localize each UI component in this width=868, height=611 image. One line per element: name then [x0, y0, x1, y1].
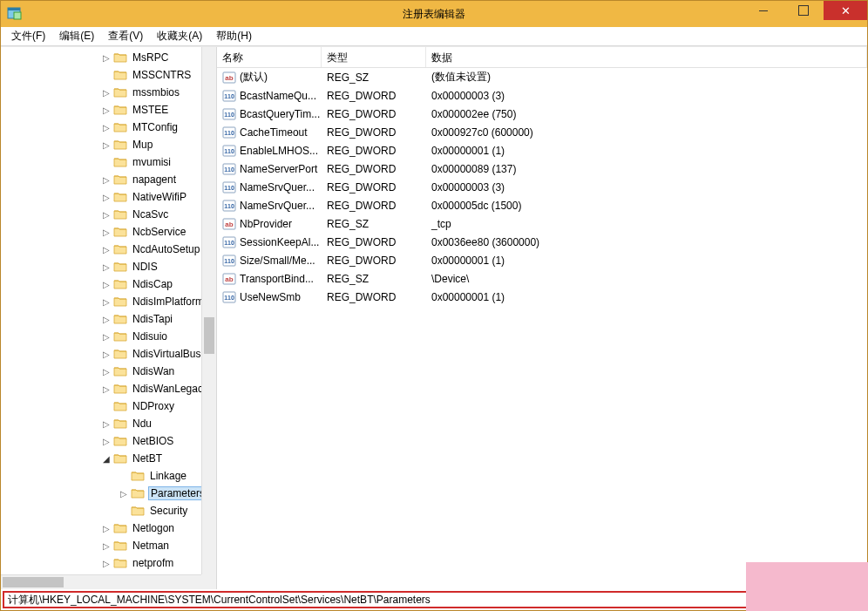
chevron-right-icon[interactable]: ▷	[101, 261, 112, 272]
chevron-right-icon[interactable]: ▷	[101, 192, 112, 202]
cell-name[interactable]: TransportBind...	[217, 272, 322, 286]
tree-label[interactable]: MSTEE	[131, 103, 170, 117]
tree-label[interactable]: NdisVirtualBus	[131, 347, 202, 361]
chevron-right-icon[interactable]: ▷	[101, 418, 112, 429]
list-row[interactable]: EnableLMHOS...REG_DWORD0x00000001 (1)	[217, 141, 867, 160]
tree-label[interactable]: Ndisuio	[131, 329, 169, 343]
tree-label[interactable]: napagent	[131, 173, 178, 187]
minimize-button[interactable]	[743, 1, 783, 20]
menu-edit[interactable]: 编辑(E)	[52, 27, 101, 45]
titlebar[interactable]: 注册表编辑器	[1, 1, 867, 27]
tree-label[interactable]: NDProxy	[131, 399, 176, 413]
tree-label[interactable]: NdisImPlatform	[131, 295, 206, 309]
chevron-right-icon[interactable]: ▷	[101, 314, 112, 324]
list-row[interactable]: TransportBind...REG_SZ\Device\	[217, 269, 867, 288]
tree-node[interactable]: ▷napagent	[1, 171, 216, 188]
tree-label[interactable]: Netlogon	[131, 521, 176, 535]
chevron-right-icon[interactable]: ▷	[101, 279, 112, 289]
list-row[interactable]: (默认)REG_SZ(数值未设置)	[217, 68, 867, 86]
tree-node[interactable]: ▷NdisImPlatform	[1, 293, 216, 310]
tree-label[interactable]: netprofm	[131, 556, 175, 570]
tree-node[interactable]: ▷NdisWanLegacy	[1, 380, 216, 397]
tree-node[interactable]: ▷MSSCNTRS	[1, 66, 216, 84]
tree-node[interactable]: ▷NcdAutoSetup	[1, 241, 216, 258]
tree-label[interactable]: NcdAutoSetup	[131, 242, 201, 256]
menu-view[interactable]: 查看(V)	[101, 27, 150, 45]
list-row[interactable]: NameServerPortREG_DWORD0x00000089 (137)	[217, 160, 867, 178]
chevron-right-icon[interactable]: ▷	[101, 436, 112, 446]
tree-node[interactable]: ▷NdisVirtualBus	[1, 345, 216, 363]
list-row[interactable]: UseNewSmbREG_DWORD0x00000001 (1)	[217, 288, 867, 306]
tree-label[interactable]: Mup	[131, 138, 154, 152]
tree-label[interactable]: NdisCap	[131, 277, 174, 291]
cell-name[interactable]: (默认)	[217, 70, 322, 85]
chevron-right-icon[interactable]: ▷	[101, 244, 112, 255]
cell-name[interactable]: NameSrvQuer...	[217, 199, 322, 213]
list-body[interactable]: (默认)REG_SZ(数值未设置)BcastNameQu...REG_DWORD…	[217, 68, 867, 306]
tree-node[interactable]: ▷NdisWan	[1, 363, 216, 380]
tree-label[interactable]: NdisTapi	[131, 312, 174, 326]
tree-label[interactable]: NcaSvc	[131, 207, 170, 221]
tree-label[interactable]: Parameters	[148, 486, 207, 500]
chevron-right-icon[interactable]: ▷	[101, 366, 112, 377]
tree-pane[interactable]: ▷MsRPC▷MSSCNTRS▷mssmbios▷MSTEE▷MTConfig▷…	[1, 47, 217, 589]
cell-name[interactable]: NameServerPort	[217, 162, 322, 176]
tree-label[interactable]: NdisWanLegacy	[131, 382, 210, 396]
chevron-right-icon[interactable]: ▷	[101, 122, 112, 132]
tree-label[interactable]: Netman	[131, 539, 171, 553]
tree-label[interactable]: Linkage	[148, 469, 188, 483]
menu-help[interactable]: 帮助(H)	[209, 27, 259, 45]
chevron-right-icon[interactable]: ▷	[101, 209, 112, 220]
list-row[interactable]: BcastNameQu...REG_DWORD0x00000003 (3)	[217, 86, 867, 105]
tree-node[interactable]: ▷NdisCap	[1, 275, 216, 293]
tree-node[interactable]: ▷NDProxy	[1, 397, 216, 415]
tree-label[interactable]: Security	[148, 504, 189, 518]
cell-name[interactable]: EnableLMHOS...	[217, 144, 322, 158]
tree-node[interactable]: ▷NcbService	[1, 223, 216, 241]
list-row[interactable]: BcastQueryTim...REG_DWORD0x000002ee (750…	[217, 105, 867, 123]
tree-label[interactable]: NetBT	[131, 451, 164, 465]
tree-node[interactable]: ▷MTConfig	[1, 119, 216, 136]
header-name[interactable]: 名称	[217, 47, 322, 67]
tree-label[interactable]: NdisWan	[131, 364, 176, 378]
tree-node[interactable]: ▷NativeWifiP	[1, 188, 216, 206]
tree-node[interactable]: ▷mvumisi	[1, 153, 216, 171]
chevron-right-icon[interactable]: ▷	[101, 52, 112, 63]
chevron-right-icon[interactable]: ▷	[101, 558, 112, 568]
tree-node[interactable]: ▷NDIS	[1, 258, 216, 275]
tree-node[interactable]: ▷mssmbios	[1, 84, 216, 101]
scrollbar-thumb[interactable]	[204, 317, 214, 354]
chevron-down-icon[interactable]: ◢	[101, 453, 112, 464]
header-type[interactable]: 类型	[322, 47, 426, 67]
chevron-right-icon[interactable]: ▷	[101, 540, 112, 551]
cell-name[interactable]: Size/Small/Me...	[217, 254, 322, 268]
tree-node[interactable]: ▷MsRPC	[1, 49, 216, 66]
list-row[interactable]: NameSrvQuer...REG_DWORD0x000005dc (1500)	[217, 196, 867, 214]
chevron-right-icon[interactable]: ▷	[101, 227, 112, 237]
cell-name[interactable]: BcastQueryTim...	[217, 107, 322, 121]
tree-node[interactable]: ▷Netman	[1, 537, 216, 554]
chevron-right-icon[interactable]: ▷	[101, 174, 112, 185]
tree-horizontal-scrollbar[interactable]	[1, 574, 201, 589]
tree-label[interactable]: MTConfig	[131, 120, 180, 134]
tree-node[interactable]: ▷netprofm	[1, 554, 216, 572]
tree-node[interactable]: ▷Ndisuio	[1, 328, 216, 345]
menu-favorites[interactable]: 收藏夹(A)	[150, 27, 209, 45]
list-row[interactable]: CacheTimeoutREG_DWORD0x000927c0 (600000)	[217, 123, 867, 141]
tree-node[interactable]: ▷MSTEE	[1, 101, 216, 119]
close-button[interactable]	[824, 1, 867, 20]
chevron-right-icon[interactable]: ▷	[101, 331, 112, 342]
tree-label[interactable]: NcbService	[131, 225, 187, 239]
tree-label[interactable]: MSSCNTRS	[131, 68, 193, 82]
tree-node[interactable]: ▷Ndu	[1, 415, 216, 432]
tree-vertical-scrollbar[interactable]	[201, 47, 216, 574]
tree-node[interactable]: ▷NdisTapi	[1, 310, 216, 328]
menu-file[interactable]: 文件(F)	[4, 27, 52, 45]
tree-label[interactable]: NDIS	[131, 260, 159, 274]
tree-label[interactable]: MsRPC	[131, 51, 170, 64]
cell-name[interactable]: NbProvider	[217, 217, 322, 231]
list-row[interactable]: NameSrvQuer...REG_DWORD0x00000003 (3)	[217, 178, 867, 196]
cell-name[interactable]: CacheTimeout	[217, 126, 322, 139]
tree-node[interactable]: ▷Mup	[1, 136, 216, 153]
tree-label[interactable]: NetBIOS	[131, 434, 175, 448]
